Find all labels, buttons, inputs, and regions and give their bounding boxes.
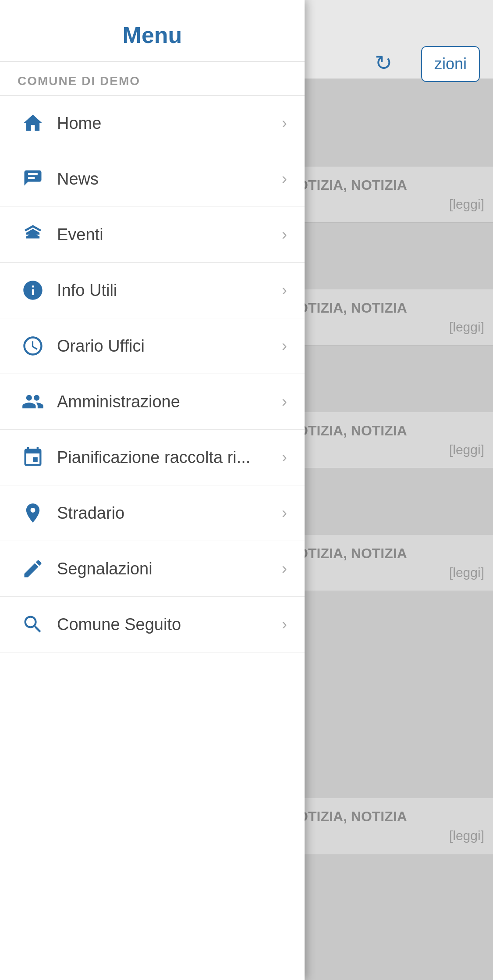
bg-news-card-3: NOTIZIA, NOTIZIA [leggi]	[278, 412, 493, 468]
sidebar-item-pianificazione[interactable]: Pianificazione raccolta ri... ›	[0, 430, 305, 485]
chevron-right-icon: ›	[282, 114, 287, 132]
sidebar-item-news[interactable]: News ›	[0, 151, 305, 207]
sidebar-item-comune-seguito-label: Comune Seguito	[57, 615, 282, 634]
menu-items-list: Home › News › Eventi ›	[0, 96, 305, 980]
admin-icon	[18, 386, 48, 417]
chevron-right-icon: ›	[282, 170, 287, 188]
segnalazioni-icon	[18, 553, 48, 584]
eventi-icon	[18, 219, 48, 250]
menu-header: Menu	[0, 0, 305, 62]
chevron-right-icon: ›	[282, 615, 287, 634]
menu-panel: Menu COMUNE DI DEMO Home › News ›	[0, 0, 305, 980]
bg-news-card-4: NOTIZIA, NOTIZIA [leggi]	[278, 535, 493, 591]
chevron-right-icon: ›	[282, 448, 287, 467]
bg-news-card-5: NOTIZIA, NOTIZIA [leggi]	[278, 798, 493, 854]
sidebar-item-eventi-label: Eventi	[57, 225, 282, 244]
refresh-icon: ↻	[375, 50, 392, 75]
sidebar-item-amministrazione[interactable]: Amministrazione ›	[0, 374, 305, 430]
news-icon	[18, 164, 48, 194]
search-icon	[18, 609, 48, 640]
sidebar-item-info-utili[interactable]: Info Utili ›	[0, 263, 305, 318]
chevron-right-icon: ›	[282, 225, 287, 244]
sidebar-item-orario-uffici[interactable]: Orario Uffici ›	[0, 318, 305, 374]
menu-section-label: COMUNE DI DEMO	[0, 62, 305, 95]
chevron-right-icon: ›	[282, 559, 287, 578]
chevron-right-icon: ›	[282, 392, 287, 411]
clock-icon	[18, 331, 48, 361]
sidebar-item-stradario-label: Stradario	[57, 504, 282, 523]
bg-news-card-2: NOTIZIA, NOTIZIA [leggi]	[278, 289, 493, 346]
sidebar-item-info-utili-label: Info Utili	[57, 281, 282, 300]
bg-news-card-1: NOTIZIA, NOTIZIA [leggi]	[278, 167, 493, 223]
sidebar-item-eventi[interactable]: Eventi ›	[0, 207, 305, 263]
menu-title: Menu	[123, 22, 182, 48]
sidebar-item-amministrazione-label: Amministrazione	[57, 392, 282, 411]
calendar-icon	[18, 442, 48, 473]
sidebar-item-segnalazioni[interactable]: Segnalazioni ›	[0, 541, 305, 597]
sidebar-item-orario-uffici-label: Orario Uffici	[57, 337, 282, 356]
bg-button: zioni	[421, 46, 480, 82]
sidebar-item-stradario[interactable]: Stradario ›	[0, 485, 305, 541]
info-icon	[18, 275, 48, 306]
home-icon	[18, 108, 48, 139]
sidebar-item-pianificazione-label: Pianificazione raccolta ri...	[57, 448, 282, 467]
sidebar-item-news-label: News	[57, 170, 282, 189]
sidebar-item-home[interactable]: Home ›	[0, 96, 305, 151]
sidebar-item-home-label: Home	[57, 114, 282, 133]
chevron-right-icon: ›	[282, 504, 287, 522]
chevron-right-icon: ›	[282, 337, 287, 355]
sidebar-item-segnalazioni-label: Segnalazioni	[57, 559, 282, 578]
sidebar-item-comune-seguito[interactable]: Comune Seguito ›	[0, 597, 305, 652]
stradario-icon	[18, 498, 48, 528]
chevron-right-icon: ›	[282, 281, 287, 299]
